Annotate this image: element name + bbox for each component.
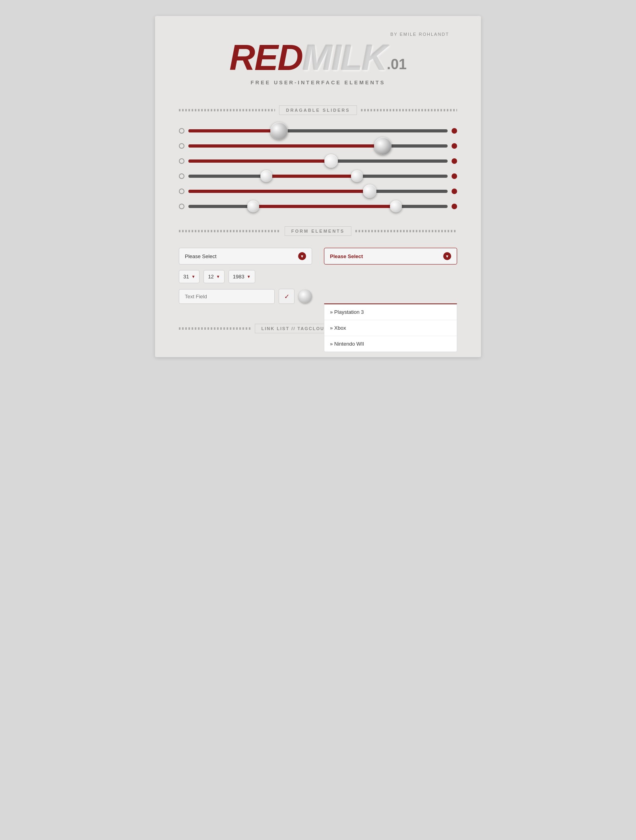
text-field-row: ✓ [179, 289, 312, 304]
slider-5-right-dot [452, 189, 457, 194]
bottom-line-left [179, 327, 251, 330]
logo-red-text: RED [229, 40, 302, 76]
slider-4-thumb-right[interactable] [351, 170, 363, 182]
dropdown-item-1[interactable]: » Playstation 3 [324, 304, 457, 320]
date-row: 31 ▼ 12 ▼ 1983 ▼ [179, 270, 312, 283]
form-divider: FORM ELEMENTS [179, 226, 457, 236]
sliders-divider: DRAGABLE SLIDERS [179, 105, 457, 115]
month-arrow-icon: ▼ [216, 274, 220, 279]
slider-row-4 [179, 172, 457, 180]
slider-6-left-dot [179, 204, 184, 209]
slider-2-right-dot [452, 143, 457, 149]
form-columns: Please Select ▼ 31 ▼ 12 ▼ 1983 ▼ [179, 248, 457, 304]
slider-2-left-dot [179, 143, 184, 149]
slider-6-right-dot [452, 204, 457, 209]
dropdown-panel: » Playstation 3 » Xbox » Nintendo WII [324, 303, 457, 352]
slider-3-thumb[interactable] [324, 154, 338, 168]
slider-1-right-dot [452, 128, 457, 134]
slider-6-fill [253, 205, 396, 208]
slider-2-thumb[interactable] [374, 137, 392, 155]
select-label-closed: Please Select [185, 253, 298, 259]
select-arrow-open[interactable]: ▼ [443, 252, 451, 260]
sliders-section [179, 127, 457, 210]
slider-2-track-container[interactable] [188, 142, 448, 150]
slider-2-track[interactable] [188, 144, 448, 148]
slider-6-thumb-right[interactable] [390, 200, 402, 212]
dropdown-item-2[interactable]: » Xbox [324, 320, 457, 336]
slider-5-fill [188, 190, 370, 193]
select-dropdown-closed[interactable]: Please Select ▼ [179, 248, 312, 264]
slider-2-fill [188, 144, 383, 148]
slider-1-track-container[interactable] [188, 127, 448, 135]
slider-3-track-container[interactable] [188, 157, 448, 165]
select-label-open: Please Select [330, 253, 443, 259]
slider-6-track-container[interactable] [188, 202, 448, 210]
slider-5-thumb[interactable] [363, 185, 376, 198]
form-section-label: FORM ELEMENTS [285, 226, 351, 236]
radio-button[interactable] [299, 290, 312, 303]
form-section: Please Select ▼ 31 ▼ 12 ▼ 1983 ▼ [179, 248, 457, 304]
slider-3-track[interactable] [188, 159, 448, 163]
form-right: Please Select ▼ » Playstation 3 » Xbox »… [324, 248, 457, 304]
slider-1-thumb[interactable] [270, 122, 288, 140]
check-button[interactable]: ✓ [279, 289, 295, 304]
dropdown-item-3[interactable]: » Nintendo WII [324, 336, 457, 352]
slider-row-6 [179, 202, 457, 210]
slider-row-5 [179, 187, 457, 195]
slider-1-track[interactable] [188, 129, 448, 132]
slider-3-fill [188, 159, 331, 163]
slider-row-1 [179, 127, 457, 135]
slider-4-right-dot [452, 173, 457, 179]
logo-num: .01 [387, 57, 407, 72]
logo-milk-text: MILK [302, 40, 387, 76]
slider-row-3 [179, 157, 457, 165]
form-left: Please Select ▼ 31 ▼ 12 ▼ 1983 ▼ [179, 248, 312, 304]
slider-row-2 [179, 142, 457, 150]
divider-line-right [361, 109, 457, 111]
slider-5-track-container[interactable] [188, 187, 448, 195]
slider-6-thumb-left[interactable] [247, 200, 259, 212]
slider-4-fill [266, 175, 357, 178]
slider-6-track[interactable] [188, 205, 448, 208]
by-line: BY EMILE ROHLANDT [179, 32, 457, 37]
header: BY EMILE ROHLANDT RED MILK .01 FREE USER… [179, 32, 457, 86]
divider-line-left [179, 109, 275, 111]
select-dropdown-open[interactable]: Please Select ▼ [324, 248, 457, 264]
slider-5-track[interactable] [188, 190, 448, 193]
slider-1-left-dot [179, 128, 184, 134]
subtitle: FREE USER-INTERFACE ELEMENTS [179, 80, 457, 86]
slider-4-track-container[interactable] [188, 172, 448, 180]
slider-4-track[interactable] [188, 175, 448, 178]
form-divider-line-left [179, 230, 281, 232]
day-arrow-icon: ▼ [191, 274, 195, 279]
year-select[interactable]: 1983 ▼ [229, 270, 255, 283]
slider-3-right-dot [452, 158, 457, 164]
month-value: 12 [208, 274, 213, 280]
year-value: 1983 [233, 274, 244, 280]
page-container: BY EMILE ROHLANDT RED MILK .01 FREE USER… [155, 16, 481, 357]
slider-1-fill [188, 129, 279, 132]
sliders-section-label: DRAGABLE SLIDERS [279, 105, 357, 115]
year-arrow-icon: ▼ [247, 274, 251, 279]
slider-4-thumb-left[interactable] [260, 170, 272, 182]
slider-3-left-dot [179, 158, 184, 164]
select-arrow-closed[interactable]: ▼ [298, 252, 306, 260]
slider-5-left-dot [179, 189, 184, 194]
slider-4-left-dot [179, 173, 184, 179]
day-select[interactable]: 31 ▼ [179, 270, 200, 283]
form-divider-line-right [355, 230, 457, 232]
text-input[interactable] [179, 289, 275, 304]
day-value: 31 [183, 274, 189, 280]
logo: RED MILK .01 [179, 40, 457, 76]
month-select[interactable]: 12 ▼ [204, 270, 224, 283]
